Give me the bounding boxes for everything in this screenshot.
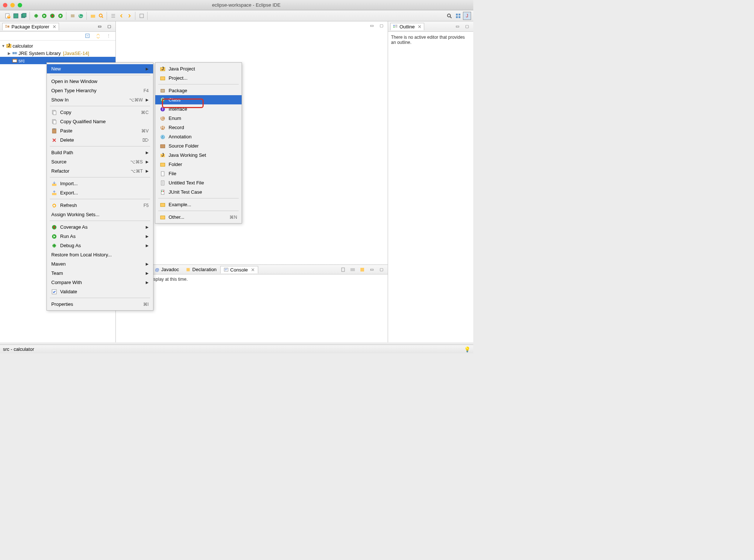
menu-new[interactable]: New▶ xyxy=(47,64,153,73)
svg-rect-77 xyxy=(161,172,164,176)
run-button[interactable] xyxy=(40,12,48,20)
other-icon xyxy=(160,214,166,220)
submenu-other[interactable]: Other...⌘N xyxy=(155,212,242,222)
submenu-file[interactable]: File xyxy=(155,169,242,178)
save-button[interactable] xyxy=(12,12,20,20)
open-type-button[interactable] xyxy=(89,12,97,20)
pin-console-icon[interactable] xyxy=(339,266,347,274)
pin-editor-button[interactable] xyxy=(138,12,146,20)
submenu-record[interactable]: RRecord xyxy=(155,123,242,132)
menu-debug-as[interactable]: Debug As▶ xyxy=(47,241,153,250)
display-console-icon[interactable] xyxy=(349,266,357,274)
collapse-all-icon[interactable] xyxy=(84,32,92,40)
menu-build-path[interactable]: Build Path▶ xyxy=(47,148,153,157)
submenu-junit[interactable]: JUnit Test Case xyxy=(155,187,242,197)
svg-rect-44 xyxy=(394,27,395,28)
nav-back-button[interactable] xyxy=(117,12,125,20)
toggle-breadcrumb-button[interactable] xyxy=(109,12,117,20)
record-icon: R xyxy=(160,125,166,131)
link-editor-icon[interactable] xyxy=(94,32,102,40)
submenu-project[interactable]: Project... xyxy=(155,73,242,83)
new-class-button[interactable]: C xyxy=(77,12,85,20)
close-view-icon[interactable]: ✕ xyxy=(52,24,56,30)
outline-minimize-icon[interactable]: ▭ xyxy=(453,23,461,31)
menu-paste[interactable]: Paste⌘V xyxy=(47,126,153,135)
search-icon[interactable] xyxy=(445,12,453,20)
view-menu-icon[interactable]: ⋮ xyxy=(104,32,113,40)
menu-export[interactable]: Export... xyxy=(47,188,153,197)
menu-refactor[interactable]: Refactor⌥⌘T▶ xyxy=(47,166,153,176)
paste-icon xyxy=(51,128,57,134)
menu-run-as[interactable]: Run As▶ xyxy=(47,232,153,241)
tab-console[interactable]: Console✕ xyxy=(220,266,258,273)
menu-team[interactable]: Team▶ xyxy=(47,269,153,278)
editor-minimize-icon[interactable]: ▭ xyxy=(368,21,376,30)
coverage-button[interactable] xyxy=(48,12,56,20)
tab-declaration[interactable]: Declaration xyxy=(183,266,219,273)
submenu-folder[interactable]: Folder xyxy=(155,160,242,169)
submenu-example[interactable]: Example... xyxy=(155,200,242,209)
close-window-button[interactable] xyxy=(3,3,7,7)
editor-maximize-icon[interactable]: ▢ xyxy=(377,21,385,30)
src-label: src xyxy=(18,58,25,63)
minimize-view-icon[interactable]: ▭ xyxy=(96,23,104,31)
tree-project[interactable]: ▼ J calculator xyxy=(0,42,115,49)
submenu-enum[interactable]: EEnum xyxy=(155,114,242,123)
run-last-button[interactable] xyxy=(56,12,65,20)
svg-point-17 xyxy=(447,14,450,17)
submenu-class[interactable]: CClass xyxy=(155,95,242,104)
outline-maximize-icon[interactable]: ▢ xyxy=(463,23,471,31)
minimize-window-button[interactable] xyxy=(10,3,15,7)
menu-validate[interactable]: Validate xyxy=(47,287,153,296)
save-all-button[interactable] xyxy=(20,12,28,20)
package-explorer-tab[interactable]: Package Explorer ✕ xyxy=(2,23,59,30)
submenu-working-set[interactable]: JJava Working Set xyxy=(155,151,242,160)
outline-tab[interactable]: Outline ✕ xyxy=(390,23,424,30)
titlebar: eclipse-workspace - Eclipse IDE xyxy=(0,0,473,10)
tip-bulb-icon[interactable]: 💡 xyxy=(464,346,470,352)
search-button[interactable] xyxy=(97,12,105,20)
open-console-icon[interactable] xyxy=(358,266,366,274)
java-perspective-button[interactable]: J xyxy=(463,12,471,20)
perspective-switcher-button[interactable] xyxy=(454,12,462,20)
menu-properties[interactable]: Properties⌘I xyxy=(47,300,153,309)
status-bar: src - calculator 💡 xyxy=(0,345,473,353)
menu-maven[interactable]: Maven▶ xyxy=(47,259,153,269)
menu-copy-qualified-name[interactable]: Copy Qualified Name xyxy=(47,117,153,126)
view-maximize-icon[interactable]: ▢ xyxy=(377,266,385,274)
menu-import[interactable]: Import... xyxy=(47,179,153,188)
menu-assign-working-sets[interactable]: Assign Working Sets... xyxy=(47,210,153,219)
menu-restore[interactable]: Restore from Local History... xyxy=(47,250,153,259)
submenu-annotation[interactable]: @Annotation xyxy=(155,132,242,141)
new-submenu: JJava Project Project... Package CClass … xyxy=(155,62,242,224)
submenu-source-folder[interactable]: Source Folder xyxy=(155,141,242,151)
menu-coverage-as[interactable]: Coverage As▶ xyxy=(47,222,153,232)
menu-copy[interactable]: Copy⌘C xyxy=(47,108,153,117)
submenu-java-project[interactable]: JJava Project xyxy=(155,64,242,73)
tree-jre[interactable]: ▶ JRE System Library [JavaSE-14] xyxy=(0,49,115,57)
debug-button[interactable] xyxy=(32,12,40,20)
svg-rect-9 xyxy=(52,15,53,17)
new-button[interactable]: + xyxy=(4,12,12,20)
svg-rect-80 xyxy=(162,191,162,192)
submenu-untitled-file[interactable]: Untitled Text File xyxy=(155,178,242,187)
menu-open-window[interactable]: Open in New Window xyxy=(47,77,153,86)
tab-javadoc[interactable]: @Javadoc xyxy=(152,266,182,273)
maximize-window-button[interactable] xyxy=(18,3,22,7)
new-package-button[interactable] xyxy=(69,12,77,20)
svg-rect-14 xyxy=(91,15,95,18)
menu-compare-with[interactable]: Compare With▶ xyxy=(47,278,153,287)
submenu-package[interactable]: Package xyxy=(155,86,242,95)
menu-refresh[interactable]: RefreshF5 xyxy=(47,201,153,210)
nav-forward-button[interactable] xyxy=(125,12,134,20)
menu-open-type-hierarchy[interactable]: Open Type HierarchyF4 xyxy=(47,86,153,95)
view-minimize-icon[interactable]: ▭ xyxy=(368,266,376,274)
menu-source[interactable]: Source⌥⌘S▶ xyxy=(47,157,153,166)
close-tab-icon[interactable]: ✕ xyxy=(251,267,255,273)
svg-rect-61 xyxy=(160,77,165,80)
close-outline-icon[interactable]: ✕ xyxy=(418,24,422,30)
submenu-interface[interactable]: IInterface xyxy=(155,104,242,114)
menu-delete[interactable]: Delete⌦ xyxy=(47,135,153,145)
maximize-view-icon[interactable]: ▢ xyxy=(105,23,113,31)
menu-show-in[interactable]: Show In⌥⌘W▶ xyxy=(47,95,153,104)
